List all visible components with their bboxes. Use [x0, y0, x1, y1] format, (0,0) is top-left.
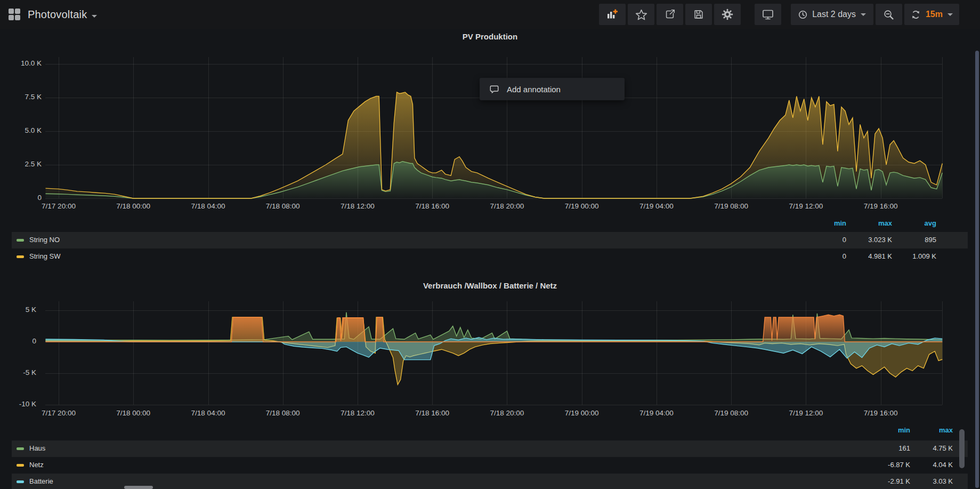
x-axis-tick-label: 7/19 12:00	[776, 202, 835, 210]
y-axis-tick-label: 10.0 K	[4, 59, 42, 67]
star-icon	[635, 9, 647, 21]
legend-series-swatch	[17, 464, 24, 467]
chevron-down-icon	[861, 13, 866, 16]
refresh-interval-label: 15m	[926, 10, 943, 19]
legend-series-toggle[interactable]: Haus	[29, 444, 45, 452]
y-axis-tick-label: 7.5 K	[4, 93, 42, 101]
y-axis-tick-label: 2.5 K	[4, 160, 42, 168]
y-axis-tick-label: 0	[4, 337, 36, 345]
refresh-icon	[911, 10, 921, 20]
dashboard-title-button[interactable]: Photovoltaik	[9, 9, 97, 21]
legend-value-max: 4.75 K	[884, 444, 953, 452]
x-axis-tick-label: 7/18 00:00	[104, 409, 163, 417]
x-axis-tick-label: 7/19 08:00	[702, 409, 760, 417]
y-axis-tick-label: -10 K	[4, 400, 36, 408]
time-range-picker[interactable]: Last 2 days	[791, 4, 873, 25]
x-axis-tick-label: 7/18 00:00	[104, 202, 163, 210]
x-axis-tick-label: 7/18 20:00	[477, 409, 536, 417]
save-icon	[693, 9, 704, 20]
legend-scrollbar-thumb[interactable]	[959, 429, 965, 468]
x-axis-tick-label: 7/18 20:00	[477, 202, 536, 210]
y-axis-tick-label: -5 K	[4, 368, 36, 376]
legend-value-avg: 895	[867, 236, 936, 244]
x-axis-tick-label: 7/18 12:00	[328, 409, 387, 417]
x-axis-tick-label: 7/18 04:00	[179, 202, 238, 210]
x-axis-tick-label: 7/18 16:00	[403, 409, 461, 417]
add-annotation-menu-item[interactable]: Add annotation	[480, 78, 625, 100]
horizontal-scrollbar-thumb[interactable]	[124, 486, 153, 489]
legend-series-swatch	[17, 480, 24, 483]
legend-row: Haus1614.75 K	[12, 440, 968, 457]
legend-series-toggle[interactable]: Batterie	[29, 477, 53, 485]
legend-row: String SW04.981 K1.009 K	[12, 248, 968, 265]
chevron-down-icon	[92, 15, 97, 18]
x-axis-tick-label: 7/19 12:00	[776, 409, 835, 417]
x-axis-tick-label: 7/18 08:00	[254, 202, 312, 210]
panel-title-pv-produktion[interactable]: PV Produktion	[0, 32, 980, 41]
legend-series-toggle[interactable]: String SW	[29, 252, 61, 260]
y-axis-tick-label: 5 K	[4, 306, 36, 314]
x-axis-tick-label: 7/18 08:00	[254, 409, 312, 417]
dashboard-title: Photovoltaik	[28, 9, 87, 21]
comment-bubble-icon	[489, 84, 499, 94]
apps-grid-icon	[9, 9, 20, 20]
legend-header-row: minmax	[12, 426, 968, 437]
legend-series-toggle[interactable]: String NO	[29, 236, 60, 244]
zoom-out-button[interactable]	[876, 4, 902, 25]
x-axis-tick-label: 7/19 16:00	[852, 409, 910, 417]
settings-gear-icon	[721, 8, 734, 21]
x-axis-tick-label: 7/19 00:00	[553, 409, 611, 417]
legend-value-avg: 1.009 K	[867, 252, 936, 260]
legend-row: Netz-6.87 K4.04 K	[12, 457, 968, 474]
save-button[interactable]	[685, 4, 712, 25]
star-button[interactable]	[628, 4, 654, 25]
legend-column-header-max[interactable]: max	[889, 426, 953, 434]
x-axis-tick-label: 7/18 16:00	[403, 202, 461, 210]
x-axis-tick-label: 7/19 08:00	[702, 202, 760, 210]
legend-header-row: minmaxavg	[12, 219, 968, 230]
legend-row: String NO03.023 K895	[12, 232, 968, 248]
legend-series-swatch	[17, 447, 24, 450]
share-icon	[664, 9, 676, 20]
chevron-down-icon	[947, 13, 953, 16]
legend-column-header-avg[interactable]: avg	[872, 219, 936, 227]
cycle-view-button[interactable]	[755, 4, 781, 25]
legend-series-toggle[interactable]: Netz	[29, 461, 44, 469]
y-axis-tick-label: 0	[4, 194, 42, 202]
clock-icon	[798, 10, 807, 19]
navbar: Photovoltaik	[0, 0, 980, 29]
x-axis-tick-label: 7/19 04:00	[627, 409, 686, 417]
add-panel-button[interactable]	[599, 4, 626, 25]
y-axis-tick-label: 5.0 K	[4, 126, 42, 134]
zoom-out-icon	[882, 9, 895, 21]
x-axis-tick-label: 7/17 20:00	[29, 409, 88, 417]
x-axis-tick-label: 7/19 04:00	[627, 202, 686, 210]
time-range-label: Last 2 days	[812, 10, 856, 19]
legend-value-max: 3.03 K	[884, 477, 953, 485]
page-scrollbar-thumb[interactable]	[975, 51, 979, 488]
legend-series-swatch	[17, 239, 24, 242]
legend-value-max: 4.04 K	[884, 461, 953, 469]
share-button[interactable]	[657, 4, 683, 25]
x-axis-tick-label: 7/18 12:00	[328, 202, 387, 210]
add-panel-icon	[606, 8, 619, 21]
x-axis-tick-label: 7/18 04:00	[179, 409, 238, 417]
legend-row: Batterie-2.91 K3.03 K	[12, 474, 968, 489]
x-axis-tick-label: 7/19 00:00	[553, 202, 611, 210]
x-axis-tick-label: 7/19 16:00	[852, 202, 910, 210]
add-annotation-label: Add annotation	[507, 85, 561, 94]
verbrauch-plot[interactable]	[0, 301, 980, 407]
cycle-view-monitor-icon	[762, 8, 774, 21]
panel-title-verbrauch[interactable]: Verbrauch /Wallbox / Batterie / Netz	[0, 281, 980, 290]
legend-series-swatch	[17, 255, 24, 258]
settings-button[interactable]	[714, 4, 741, 25]
x-axis-tick-label: 7/17 20:00	[29, 202, 88, 210]
refresh-picker[interactable]: 15m	[904, 4, 959, 25]
